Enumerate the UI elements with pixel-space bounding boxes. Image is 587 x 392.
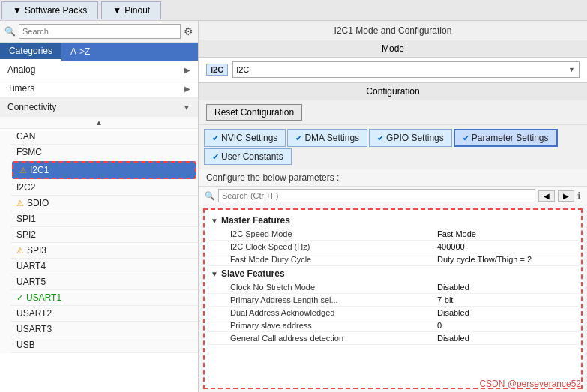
param-row-duty-cycle: Fast Mode Duty Cycle Duty cycle Tlow/Thi…	[208, 253, 578, 266]
config-tabs: ✔ NVIC Settings ✔ DMA Settings ✔ GPIO Se…	[199, 125, 587, 169]
check-icon: ✔	[377, 133, 384, 143]
sidebar: 🔍 ⚙ Categories A->Z Analog ▶	[0, 21, 199, 392]
arrow-right-icon: ▶	[184, 66, 190, 74]
sidebar-item-fsmc[interactable]: FSMC	[10, 145, 198, 160]
sidebar-item-sdio[interactable]: ⚠ SDIO	[10, 196, 198, 211]
sidebar-item-can[interactable]: CAN	[10, 129, 198, 145]
sidebar-tabs: Categories A->Z	[0, 43, 198, 61]
chevron-down-icon: ▼	[112, 5, 121, 16]
check-icon: ✔	[212, 133, 219, 143]
tab-dma-settings[interactable]: ✔ DMA Settings	[287, 129, 367, 147]
tab-user-constants[interactable]: ✔ User Constants	[204, 148, 292, 165]
software-packs-button[interactable]: ▼ Software Packs	[1, 1, 98, 19]
sidebar-category-analog[interactable]: Analog ▶	[0, 61, 198, 79]
sidebar-item-usart1[interactable]: ✓ USART1	[10, 290, 198, 306]
sidebar-search-input[interactable]	[19, 24, 181, 39]
sidebar-tab-categories[interactable]: Categories	[0, 43, 61, 61]
sidebar-item-spi1[interactable]: SPI1	[10, 211, 198, 227]
sidebar-item-usart3[interactable]: USART3	[10, 322, 198, 337]
sidebar-search-bar: 🔍 ⚙	[0, 21, 198, 43]
tab-gpio-settings[interactable]: ✔ GPIO Settings	[369, 129, 452, 147]
top-bar: ▼ Software Packs ▼ Pinout	[0, 0, 587, 21]
param-row-clock-speed: I2C Clock Speed (Hz) 400000	[208, 241, 578, 253]
param-group-master: ▼ Master Features	[208, 213, 578, 228]
pinout-label: Pinout	[124, 5, 150, 16]
param-row-dual-address: Dual Address Acknowledged Disabled	[208, 307, 578, 319]
software-packs-label: Software Packs	[25, 5, 87, 16]
reset-configuration-button[interactable]: Reset Configuration	[206, 104, 302, 121]
search-icon: 🔍	[4, 26, 16, 37]
param-search-input[interactable]	[218, 189, 535, 202]
mode-select-wrapper: I2C	[232, 61, 580, 78]
mode-section-header: Mode	[199, 40, 587, 58]
config-toolbar: Reset Configuration	[199, 100, 587, 125]
tab-nvic-settings[interactable]: ✔ NVIC Settings	[204, 129, 286, 147]
param-search-bar: 🔍 ◀ ▶ ℹ	[199, 187, 587, 205]
check-icon: ✔	[212, 152, 219, 162]
param-row-slave-address: Primary slave address 0	[208, 319, 578, 332]
gear-icon[interactable]: ⚙	[184, 25, 193, 37]
mode-select[interactable]: I2C	[232, 61, 580, 78]
param-group-slave: ▼ Slave Features	[208, 266, 578, 281]
tab-parameter-settings[interactable]: ✔ Parameter Settings	[454, 129, 558, 147]
sidebar-item-i2c2[interactable]: I2C2	[10, 180, 198, 196]
content-title: I2C1 Mode and Configuration	[199, 21, 587, 40]
search-icon: 🔍	[205, 191, 215, 201]
param-row-address-length: Primary Address Length sel... 7-bit	[208, 294, 578, 307]
warning-icon: ⚠	[16, 246, 24, 256]
info-icon[interactable]: ℹ	[577, 190, 581, 202]
warning-icon: ⚠	[19, 166, 27, 175]
check-icon: ✔	[295, 133, 302, 143]
sidebar-items: Analog ▶ Timers ▶ Connectivity ▼ ▲	[0, 61, 198, 392]
param-row-clock-stretch: Clock No Stretch Mode Disabled	[208, 281, 578, 294]
param-nav-next-button[interactable]: ▶	[558, 190, 574, 202]
sidebar-item-i2c1[interactable]: ⚠ I2C1	[12, 161, 196, 179]
config-section-header: Configuration	[199, 82, 587, 100]
sidebar-tab-atoz[interactable]: A->Z	[61, 43, 99, 60]
sidebar-item-spi3[interactable]: ⚠ SPI3	[10, 243, 198, 259]
param-header: Configure the below parameters :	[199, 169, 587, 187]
param-nav-prev-button[interactable]: ◀	[538, 190, 555, 202]
pinout-button[interactable]: ▼ Pinout	[101, 1, 161, 19]
chevron-down-icon: ▼	[13, 5, 22, 16]
check-icon: ✔	[463, 133, 469, 143]
sidebar-item-usart2[interactable]: USART2	[10, 306, 198, 322]
content-area: I2C1 Mode and Configuration Mode I2C I2C…	[199, 21, 587, 392]
sidebar-item-uart4[interactable]: UART4	[10, 259, 198, 274]
expand-arrow-icon: ▼	[211, 217, 218, 225]
arrow-down-icon: ▼	[183, 103, 190, 112]
sidebar-category-timers[interactable]: Timers ▶	[0, 79, 198, 98]
mode-badge: I2C	[206, 64, 228, 76]
sidebar-item-usb[interactable]: USB	[10, 337, 198, 353]
sidebar-connectivity-subitems: CAN FSMC ⚠ I2C1 I2C2	[0, 129, 198, 353]
param-row-general-call: General Call address detection Disabled	[208, 332, 578, 345]
sidebar-category-connectivity[interactable]: Connectivity ▼	[0, 98, 198, 117]
check-icon: ✓	[16, 293, 23, 303]
param-row-speed-mode: I2C Speed Mode Fast Mode	[208, 228, 578, 241]
arrow-right-icon: ▶	[184, 85, 190, 93]
param-table: ▼ Master Features I2C Speed Mode Fast Mo…	[203, 208, 583, 389]
warning-icon: ⚠	[16, 199, 24, 208]
scroll-up-icon[interactable]: ▲	[95, 118, 103, 127]
sidebar-item-spi2[interactable]: SPI2	[10, 227, 198, 243]
expand-arrow-icon: ▼	[211, 270, 218, 278]
sidebar-item-uart5[interactable]: UART5	[10, 274, 198, 290]
mode-row: I2C I2C	[199, 58, 587, 82]
